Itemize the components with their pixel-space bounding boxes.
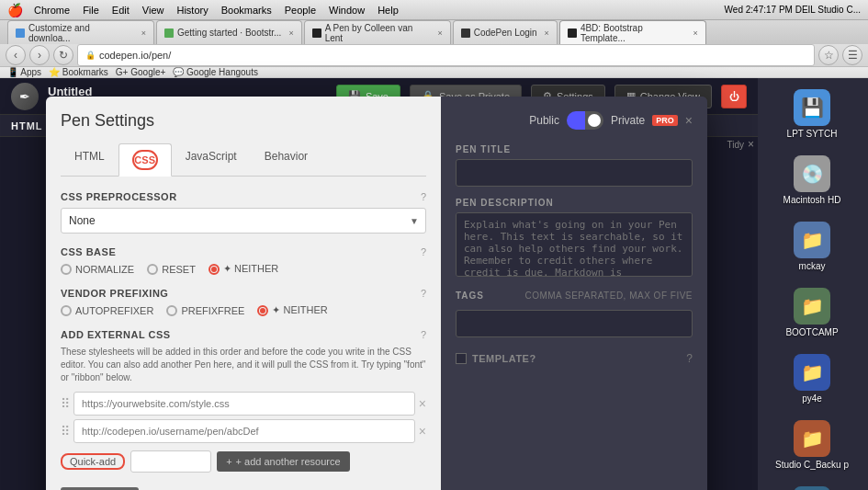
py4e-label: py4e <box>802 393 822 404</box>
bootcamp-icon: 📁 <box>794 288 830 325</box>
menubar-right: Wed 2:47:17 PM DEIL Studio C... <box>725 5 861 15</box>
css-input-row-1: ⠿ × <box>61 392 426 416</box>
template-checkbox[interactable] <box>456 353 467 364</box>
pen-title-field: PEN TITLE <box>456 144 693 198</box>
tab-3-label: A Pen by Colleen van Lent <box>325 23 431 43</box>
desktop-icon-lpt[interactable]: 💾 LPT SYTCH <box>761 82 862 146</box>
tab-4-label: CodePen Login <box>474 28 537 38</box>
css-base-section: CSS Base ? NORMALIZE RESET <box>61 246 426 275</box>
preprocessor-help[interactable]: ? <box>421 191 426 202</box>
add-resource-button[interactable]: + + add another resource <box>217 451 350 472</box>
desktop-icon-mckay[interactable]: 📁 mckay <box>761 214 862 279</box>
reset-radio[interactable]: RESET <box>147 264 196 275</box>
tab-bar: Customize and downloa... × Getting start… <box>0 20 868 44</box>
css-input-2-clear[interactable]: × <box>419 424 426 439</box>
bookmark-hangouts[interactable]: 💬 Google Hangouts <box>173 67 258 77</box>
refresh-button[interactable]: ↻ <box>53 45 73 65</box>
desktop-icon-mac-hd[interactable]: 💿 Macintosh HD <box>761 148 862 212</box>
quick-add-select[interactable]: Bootstrap Foundation Animate.css <box>130 450 211 473</box>
mckay-label: mckay <box>799 261 826 271</box>
menu-window[interactable]: Window <box>329 5 365 16</box>
css-input-1-clear[interactable]: × <box>419 396 426 411</box>
prefixfree-dot <box>166 305 177 316</box>
css-tab-circle: CSS <box>132 150 158 170</box>
tab-html[interactable]: HTML <box>61 143 118 176</box>
tab-2-favicon <box>164 28 174 38</box>
modal-close-icon[interactable]: × <box>685 113 693 128</box>
tab-5-close[interactable]: × <box>693 28 698 38</box>
tab-4-favicon <box>461 28 470 38</box>
menu-file[interactable]: File <box>83 5 99 16</box>
drag-handle-1[interactable]: ⠿ <box>61 396 70 411</box>
tab-behavior[interactable]: Behavior <box>251 143 321 176</box>
template-row: TEMPLATE? ? <box>456 352 693 365</box>
tab-2[interactable]: Getting started · Bootstr... × <box>156 20 302 44</box>
forward-button[interactable]: › <box>29 45 50 65</box>
external-css-description: These stylesheets will be added in this … <box>61 346 426 384</box>
menu-edit[interactable]: Edit <box>112 5 130 16</box>
preprocessor-select[interactable]: None Less SCSS Sass <box>61 208 426 234</box>
menu-view[interactable]: View <box>142 5 164 16</box>
pen-title-input[interactable] <box>456 159 693 187</box>
lpt-icon: 💾 <box>794 89 830 126</box>
drag-handle-2[interactable]: ⠿ <box>61 424 70 439</box>
address-text: codepen.io/pen/ <box>99 50 171 61</box>
menu-chrome[interactable]: Chrome <box>34 5 70 16</box>
menu-history[interactable]: History <box>176 5 208 16</box>
pen-settings-modal: Pen Settings HTML CSS JavaScript Behavio… <box>46 97 707 490</box>
tab-4[interactable]: CodePen Login × <box>453 20 558 44</box>
template-help-icon[interactable]: ? <box>686 352 693 365</box>
tags-input[interactable] <box>456 310 693 337</box>
apple-menu[interactable]: 🍎 <box>7 3 23 17</box>
neither-radio[interactable]: ✦ NEITHER <box>209 263 278 275</box>
tab-4-close[interactable]: × <box>545 28 549 38</box>
desktop-icon-py4e[interactable]: 📁 py4e <box>761 347 862 411</box>
modal-title: Pen Settings <box>61 111 426 131</box>
bookmark-bookmarks[interactable]: ⭐ Bookmarks <box>49 67 108 77</box>
tab-css[interactable]: CSS <box>118 143 172 177</box>
pen-description-textarea[interactable] <box>456 212 693 277</box>
bookmark-apps[interactable]: 📱 Apps <box>7 67 41 77</box>
desktop-icon-studio[interactable]: 📁 Studio C_Backu p <box>761 413 862 477</box>
menu-people[interactable]: People <box>285 5 316 16</box>
desktop-icon-bootcamp[interactable]: 📁 BOOTCAMP <box>761 280 862 345</box>
vendor-title: Vendor Prefixing <box>61 288 168 299</box>
tab-2-close[interactable]: × <box>288 28 293 38</box>
public-private-toggle[interactable] <box>567 111 603 130</box>
reset-dot <box>147 264 158 275</box>
autoprefixer-radio[interactable]: AUTOPREFIXER <box>61 305 153 316</box>
template-label: TEMPLATE? <box>472 353 536 364</box>
css-url-input-1[interactable] <box>73 392 415 416</box>
desktop-icon-python[interactable]: 📁 pythonlearn <box>761 479 862 490</box>
quick-add-label: Quick-add <box>61 453 125 470</box>
menu-bookmarks[interactable]: Bookmarks <box>221 5 272 16</box>
bookmark-google-plus[interactable]: G+ Google+ <box>116 67 165 77</box>
vendor-neither-dot <box>257 305 268 316</box>
address-bar[interactable]: 🔒 codepen.io/pen/ <box>77 44 815 66</box>
modal-right-panel: Public Private PRO × PEN TITLE <box>441 97 707 490</box>
tab-3[interactable]: A Pen by Colleen van Lent × <box>304 20 451 44</box>
lock-icon: 🔒 <box>85 51 96 60</box>
vendor-neither-radio[interactable]: ✦ NEITHER <box>257 304 327 316</box>
prefixfree-radio[interactable]: PREFIXFREE <box>166 305 244 316</box>
external-css-help[interactable]: ? <box>421 329 426 340</box>
menu-help[interactable]: Help <box>378 5 399 16</box>
tags-label: TAGS <box>456 291 484 301</box>
tab-1[interactable]: Customize and downloa... × <box>7 20 154 44</box>
back-button[interactable]: ‹ <box>6 45 26 65</box>
tab-3-close[interactable]: × <box>437 28 442 38</box>
settings-button[interactable]: ☰ <box>842 45 862 65</box>
tab-5[interactable]: 4BD: Bootstrap Template... × <box>559 20 706 44</box>
css-base-help[interactable]: ? <box>421 246 426 257</box>
vendor-help[interactable]: ? <box>421 288 426 299</box>
vendor-header: Vendor Prefixing ? <box>61 288 426 299</box>
mckay-icon: 📁 <box>794 222 830 258</box>
plus-icon: + <box>226 456 231 467</box>
normalize-radio[interactable]: NORMALIZE <box>61 264 134 275</box>
menubar: 🍎 Chrome File Edit View History Bookmark… <box>0 0 868 20</box>
css-url-input-2[interactable] <box>73 419 415 443</box>
bookmark-star[interactable]: ☆ <box>818 45 839 65</box>
tab-javascript[interactable]: JavaScript <box>172 143 251 176</box>
tab-1-close[interactable]: × <box>141 28 146 38</box>
public-private-row: Public Private PRO × <box>456 111 693 130</box>
